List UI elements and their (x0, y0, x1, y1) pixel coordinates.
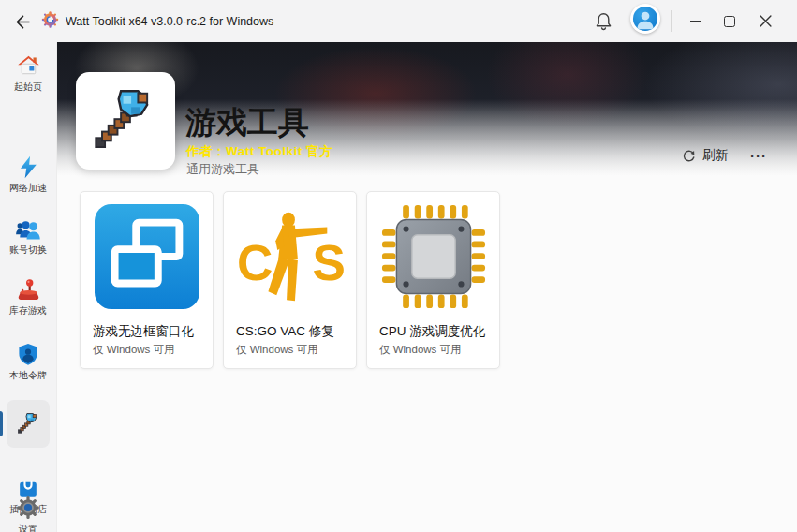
watt-toolkit-window: Watt Toolkit x64 v3.0.0-rc.2 for Windows (0, 0, 797, 532)
card-borderless-window[interactable]: 游戏无边框窗口化 仅 Windows 可用 (80, 191, 214, 369)
main-content: 游戏工具 作者：Watt Toolkit 官方 通用游戏工具 刷新 ··· (56, 42, 797, 532)
csgo-icon: C S (224, 192, 356, 321)
sidebar-item-local-token[interactable]: 本地令牌 (0, 342, 56, 381)
page-title: 游戏工具 (185, 102, 309, 144)
author-line: 作者：Watt Toolkit 官方 (186, 143, 332, 160)
refresh-icon (682, 149, 696, 163)
header-actions: 刷新 ··· (676, 144, 775, 167)
svg-text:C: C (236, 235, 272, 290)
lightning-icon (17, 155, 40, 180)
app-logo-icon (39, 8, 60, 31)
card-subtitle: 仅 Windows 可用 (224, 340, 356, 357)
card-subtitle: 仅 Windows 可用 (81, 340, 213, 357)
maximize-button[interactable] (712, 0, 747, 42)
tool-cards-row: 游戏无边框窗口化 仅 Windows 可用 C S (80, 191, 500, 369)
sidebar-label: 账号切换 (9, 244, 47, 256)
card-title: 游戏无边框窗口化 (81, 321, 213, 340)
shield-person-icon (16, 342, 40, 367)
borderless-window-icon (81, 192, 213, 321)
gear-icon (15, 495, 41, 521)
minimize-icon (690, 21, 701, 22)
sidebar-item-home[interactable]: 起始页 (0, 54, 56, 93)
axe-icon-large (89, 84, 162, 157)
people-icon (15, 218, 41, 242)
sidebar-label: 库存游戏 (9, 305, 47, 317)
sidebar-item-settings[interactable]: 设置 (0, 495, 56, 532)
refresh-label: 刷新 (702, 147, 728, 164)
close-button[interactable] (747, 0, 783, 42)
titlebar-divider (671, 10, 672, 32)
bell-icon (594, 11, 613, 32)
sidebar: 起始页 网络加速 账号切换 (0, 42, 56, 532)
card-cpu-scheduler[interactable]: CPU 游戏调度优化 仅 Windows 可用 (366, 191, 500, 369)
sidebar-item-network-accel[interactable]: 网络加速 (0, 155, 56, 194)
back-button[interactable] (11, 10, 34, 33)
titlebar: Watt Toolkit x64 v3.0.0-rc.2 for Windows (0, 0, 797, 42)
refresh-button[interactable]: 刷新 (676, 144, 733, 167)
minimize-button[interactable] (677, 0, 713, 42)
axe-icon (16, 411, 41, 436)
selected-indicator (0, 411, 3, 436)
close-icon (760, 15, 772, 27)
svg-text:S: S (312, 235, 344, 290)
card-title: CS:GO VAC 修复 (224, 321, 356, 340)
pack-description: 通用游戏工具 (186, 161, 259, 178)
avatar-person-icon (632, 6, 658, 32)
notifications-button[interactable] (591, 9, 615, 34)
maximize-icon (724, 16, 735, 27)
tool-pack-icon-card (76, 72, 175, 170)
card-title: CPU 游戏调度优化 (367, 321, 499, 340)
card-subtitle: 仅 Windows 可用 (367, 340, 499, 357)
user-avatar[interactable] (630, 4, 660, 34)
sidebar-item-game-tools[interactable] (7, 400, 50, 448)
sidebar-label: 起始页 (14, 81, 42, 93)
more-options-button[interactable]: ··· (743, 146, 775, 166)
sidebar-label: 设置 (19, 524, 37, 532)
sidebar-item-game-library[interactable]: 库存游戏 (0, 278, 56, 317)
sidebar-label: 本地令牌 (9, 370, 47, 381)
cpu-icon (367, 192, 499, 321)
card-csgo-vac-fix[interactable]: C S CS:GO VAC 修复 仅 Windows 可用 (223, 191, 357, 369)
joystick-icon (16, 278, 41, 303)
sidebar-item-account-switch[interactable]: 账号切换 (0, 218, 56, 256)
sidebar-label: 网络加速 (9, 183, 47, 194)
back-arrow-icon (14, 13, 32, 31)
home-icon (16, 54, 41, 79)
window-title: Watt Toolkit x64 v3.0.0-rc.2 for Windows (66, 0, 273, 42)
